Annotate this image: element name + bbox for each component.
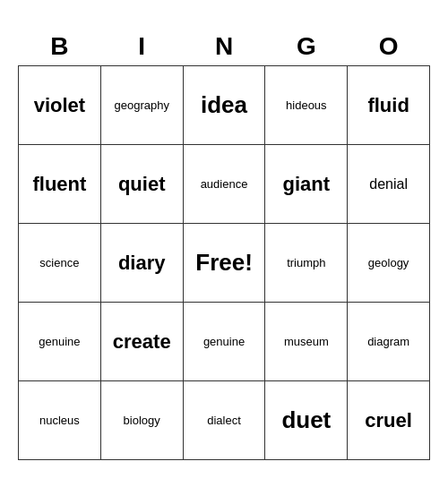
bingo-cell-r0-c2: idea: [183, 66, 265, 145]
bingo-cell-r3-c3: museum: [265, 303, 348, 381]
cell-text: triumph: [267, 257, 345, 269]
cell-text: geography: [103, 99, 181, 112]
bingo-header-n: N: [183, 27, 265, 66]
bingo-cell-r1-c3: giant: [265, 145, 348, 224]
cell-text: audience: [185, 178, 263, 191]
bingo-header-g: G: [265, 27, 348, 66]
cell-text: giant: [267, 174, 345, 195]
cell-text: geology: [349, 257, 427, 269]
cell-text: duet: [267, 407, 345, 433]
bingo-cell-r3-c0: genuine: [19, 303, 101, 381]
bingo-header-o: O: [348, 27, 430, 66]
bingo-cell-r0-c1: geography: [100, 66, 183, 145]
table-row: sciencediaryFree!triumphgeology: [19, 224, 430, 303]
cell-text: genuine: [185, 336, 263, 348]
bingo-cell-r1-c2: audience: [183, 145, 265, 224]
bingo-cell-r1-c0: fluent: [19, 145, 101, 224]
cell-text: museum: [267, 336, 345, 348]
bingo-cell-r2-c0: science: [19, 224, 101, 303]
bingo-header-i: I: [100, 27, 183, 66]
cell-text: biology: [103, 414, 181, 427]
bingo-cell-r1-c1: quiet: [100, 145, 183, 224]
bingo-cell-r2-c4: geology: [348, 224, 430, 303]
bingo-cell-r4-c2: dialect: [183, 381, 265, 460]
cell-text: violet: [21, 95, 99, 116]
bingo-cell-r0-c4: fluid: [348, 66, 430, 145]
bingo-cell-r4-c4: cruel: [348, 381, 430, 460]
bingo-cell-r1-c4: denial: [348, 145, 430, 224]
bingo-cell-r3-c4: diagram: [348, 303, 430, 381]
table-row: genuinecreategenuinemuseumdiagram: [19, 303, 430, 381]
bingo-header-b: B: [19, 27, 101, 66]
bingo-cell-r4-c0: nucleus: [19, 381, 101, 460]
bingo-cell-r4-c1: biology: [100, 381, 183, 460]
cell-text: idea: [185, 92, 263, 118]
cell-text: genuine: [21, 336, 99, 348]
bingo-cell-r3-c1: create: [100, 303, 183, 381]
bingo-cell-r4-c3: duet: [265, 381, 348, 460]
cell-text: cruel: [349, 410, 427, 431]
cell-text: dialect: [185, 414, 263, 427]
bingo-cell-r2-c2: Free!: [183, 224, 265, 303]
bingo-cell-r2-c3: triumph: [265, 224, 348, 303]
bingo-cell-r2-c1: diary: [100, 224, 183, 303]
cell-text: nucleus: [21, 414, 99, 427]
bingo-cell-r3-c2: genuine: [183, 303, 265, 381]
cell-text: fluid: [349, 95, 427, 116]
table-row: nucleusbiologydialectduetcruel: [19, 381, 430, 460]
cell-text: denial: [349, 176, 427, 192]
table-row: violetgeographyideahideousfluid: [19, 66, 430, 145]
bingo-card: BINGO violetgeographyideahideousfluidflu…: [18, 27, 430, 461]
cell-text: hideous: [267, 99, 345, 112]
cell-text: Free!: [185, 250, 263, 276]
bingo-cell-r0-c3: hideous: [265, 66, 348, 145]
cell-text: create: [103, 331, 181, 353]
cell-text: diagram: [349, 336, 427, 348]
cell-text: science: [21, 257, 99, 269]
cell-text: fluent: [21, 174, 99, 195]
table-row: fluentquietaudiencegiantdenial: [19, 145, 430, 224]
bingo-cell-r0-c0: violet: [19, 66, 101, 145]
cell-text: quiet: [103, 174, 181, 195]
cell-text: diary: [103, 252, 181, 274]
